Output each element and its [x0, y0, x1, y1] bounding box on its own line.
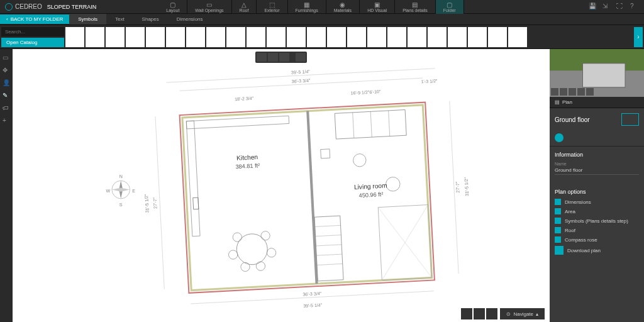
svg-text:Kitchen: Kitchen [236, 153, 258, 162]
tag-tool-icon[interactable]: 🏷 [3, 104, 10, 112]
checkbox-icon [555, 236, 561, 243]
subtab-shapes[interactable]: Shapes [133, 14, 168, 25]
catalog-item[interactable] [428, 27, 447, 47]
zoom-out-button[interactable] [486, 308, 497, 319]
open-catalog-button[interactable]: Open Catalog [1, 38, 64, 47]
move-tool-icon[interactable]: ✥ [3, 67, 10, 74]
draw-tool-icon[interactable]: ✎ [3, 92, 10, 99]
redo-tool[interactable] [279, 53, 289, 62]
user-tool-icon[interactable]: 👤 [3, 79, 10, 87]
canvas[interactable]: 39'-5 1/4" 36'-3 3/4" 18'-2 3/4" 16'-9 1… [13, 49, 550, 322]
fullscreen-icon[interactable]: ⛶ [616, 3, 625, 11]
brand: CEDREO [15, 3, 42, 10]
catalog-item[interactable] [508, 27, 527, 47]
catalog-item[interactable] [488, 27, 507, 47]
preview-target-button[interactable] [560, 88, 567, 96]
catalog-item[interactable] [287, 27, 306, 47]
catalog-item[interactable] [448, 27, 467, 47]
tab-roof[interactable]: △Roof [232, 0, 257, 14]
navigate-button[interactable]: ⊙ Navigate ▴ [500, 308, 545, 319]
option-dimensions[interactable]: Dimensions [555, 199, 639, 205]
subtab-dimensions[interactable]: Dimensions [168, 14, 212, 25]
preview-rotate-button[interactable] [586, 88, 594, 96]
catalog-item[interactable] [206, 27, 225, 47]
catalog-item[interactable] [146, 27, 165, 47]
catalog-item[interactable] [468, 27, 487, 47]
svg-line-40 [316, 254, 342, 255]
option-compass[interactable]: Compass rose [555, 236, 639, 243]
name-field[interactable]: Ground floor [555, 166, 639, 175]
download-plan-button[interactable]: Download plan [555, 246, 639, 255]
top-right-controls: 💾 ⇲ ⛶ ? [589, 3, 639, 11]
undo-tool[interactable] [268, 53, 278, 62]
catalog-item[interactable] [166, 27, 185, 47]
zoom-fit-button[interactable] [461, 308, 472, 319]
catalog-next-button[interactable]: › [634, 27, 643, 47]
tab-materials[interactable]: ◉Materials [326, 0, 360, 14]
preview-pan-button[interactable] [577, 88, 585, 96]
catalog-row: Open Catalog › [0, 25, 644, 49]
checkbox-icon [555, 218, 561, 224]
preview-zoom-button[interactable] [569, 88, 576, 96]
svg-line-44 [378, 205, 431, 280]
catalog-item[interactable] [367, 27, 386, 47]
folder-icon: ▢ [445, 1, 454, 8]
catalog-item[interactable] [86, 27, 104, 47]
catalog-item[interactable] [247, 27, 265, 47]
tab-layout[interactable]: ▢Layout [158, 0, 187, 14]
svg-text:1'-3 1/2": 1'-3 1/2" [421, 79, 438, 84]
svg-text:Living room: Living room [354, 182, 387, 191]
export-icon[interactable]: ⇲ [602, 3, 611, 11]
tab-exterior[interactable]: ⬚Exterior [257, 0, 287, 14]
catalog-item[interactable] [126, 27, 145, 47]
svg-point-33 [353, 153, 366, 167]
svg-point-35 [386, 177, 401, 192]
exterior-icon: ⬚ [267, 1, 276, 8]
floor-icon[interactable] [621, 113, 639, 126]
catalog-item[interactable] [186, 27, 205, 47]
tab-furnishings[interactable]: ▦Furnishings [288, 0, 326, 14]
floorplan: 39'-5 1/4" 36'-3 3/4" 18'-2 3/4" 16'-9 1… [44, 65, 531, 314]
catalog-item[interactable] [327, 27, 346, 47]
catalog-item[interactable] [65, 27, 84, 47]
section-information: Information Name Ground floor [550, 147, 644, 184]
select-tool-icon[interactable]: ▭ [3, 54, 10, 62]
subtab-symbols[interactable]: Symbols [69, 14, 106, 25]
chevron-up-icon: ▴ [536, 311, 538, 317]
warning-tool[interactable] [296, 53, 306, 62]
svg-text:27'-7": 27'-7" [455, 181, 461, 193]
svg-line-32 [389, 111, 390, 136]
back-button[interactable]: ‹ BACK TO MY FOLDER [0, 14, 69, 24]
tab-folder[interactable]: ▢Folder [436, 0, 464, 14]
tab-wall-openings[interactable]: ▭Wall Openings [187, 0, 231, 14]
option-roof[interactable]: Roof [555, 227, 639, 233]
chevron-left-icon: ‹ [6, 16, 8, 22]
info-tab[interactable] [550, 131, 644, 147]
grid-tool[interactable] [257, 53, 267, 62]
svg-line-18 [308, 111, 316, 284]
checkbox-icon [555, 208, 561, 214]
add-tool-icon[interactable]: + [3, 117, 10, 125]
search-input[interactable] [1, 27, 64, 36]
save-icon[interactable]: 💾 [589, 3, 597, 11]
catalog-item[interactable] [226, 27, 245, 47]
option-symbols[interactable]: Symbols (Plans details step) [555, 218, 639, 224]
tab-plans-details[interactable]: ▤Plans details [395, 0, 436, 14]
tab-hd-visual[interactable]: ▣HD Visual [360, 0, 395, 14]
preview-home-button[interactable] [551, 88, 558, 96]
compass-rose: N S E W [106, 174, 135, 208]
panel-tab-plan[interactable]: ▤ Plan [550, 97, 644, 108]
catalog-item[interactable] [387, 27, 406, 47]
left-toolbar: ▭ ✥ 👤 ✎ 🏷 + [0, 49, 13, 322]
catalog-item[interactable] [408, 27, 426, 47]
catalog-item[interactable] [347, 27, 366, 47]
catalog-item[interactable] [307, 27, 326, 47]
option-area[interactable]: Area [555, 208, 639, 214]
preview-3d[interactable] [550, 49, 644, 97]
help-icon[interactable]: ? [630, 3, 639, 11]
zoom-in-button[interactable] [474, 308, 485, 319]
catalog-item[interactable] [106, 27, 125, 47]
svg-point-22 [236, 233, 268, 265]
catalog-item[interactable] [267, 27, 286, 47]
subtab-text[interactable]: Text [106, 14, 133, 25]
